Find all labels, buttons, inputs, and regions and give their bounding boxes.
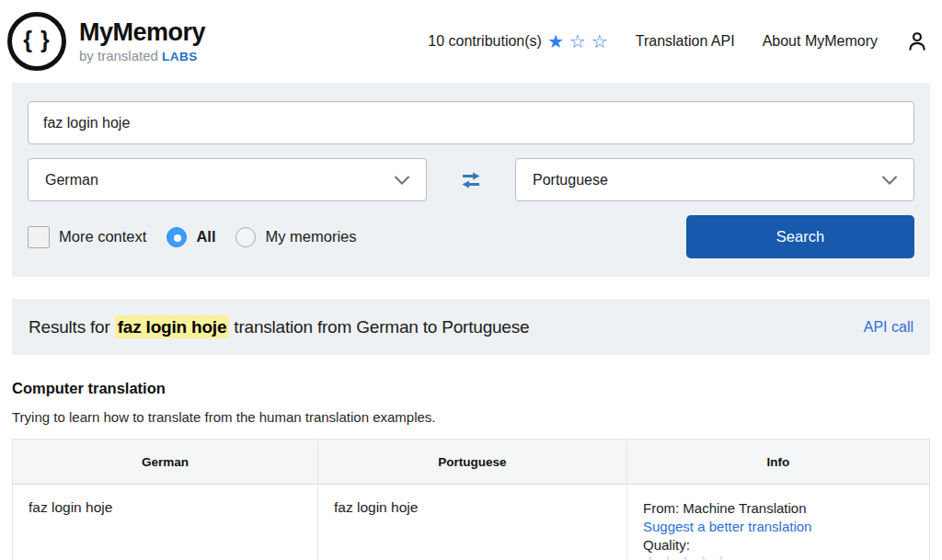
target-language-select[interactable]: Portuguese	[515, 158, 914, 201]
results-suffix: translation from German to Portuguese	[229, 317, 529, 337]
computer-translation-heading: Computer translation	[12, 380, 930, 397]
target-language-value: Portuguese	[533, 172, 608, 189]
star-filled-icon: ★	[547, 32, 564, 51]
header: { } MyMemory by translated LABS 10 contr…	[0, 0, 942, 83]
by-translated-label: by translated	[79, 48, 158, 63]
results-summary: Results for faz login hoje translation f…	[29, 317, 529, 337]
api-call-link[interactable]: API call	[864, 319, 913, 336]
source-language-select[interactable]: German	[28, 158, 427, 201]
swap-languages-button[interactable]	[427, 171, 515, 189]
nav-about-mymemory[interactable]: About MyMemory	[763, 33, 878, 50]
filter-all-radio[interactable]	[167, 227, 187, 247]
results-prefix: Results for	[29, 317, 115, 337]
more-context-checkbox[interactable]	[28, 226, 50, 248]
search-panel: German Portuguese More context All My me…	[12, 83, 930, 277]
chevron-down-icon	[395, 176, 409, 185]
braces-logo-icon: { }	[7, 12, 66, 71]
results-query-highlight: faz login hoje	[115, 315, 230, 338]
translation-origin: From: Machine Translation	[643, 499, 913, 518]
star-outline-icon: ☆	[569, 32, 586, 51]
search-input[interactable]	[28, 101, 914, 144]
table-row: faz login hoje faz login hoje From: Mach…	[13, 485, 930, 560]
suggest-better-translation-link[interactable]: Suggest a better translation	[643, 518, 811, 536]
filter-my-memories-label: My memories	[265, 228, 356, 246]
contributions-label: 10 contribution(s)	[428, 33, 542, 50]
nav-translation-api[interactable]: Translation API	[636, 33, 735, 50]
chevron-down-icon	[882, 176, 897, 185]
swap-arrows-icon	[461, 171, 481, 189]
header-nav: 10 contribution(s) ★☆☆ Translation API A…	[428, 29, 929, 53]
labs-label: LABS	[162, 50, 198, 63]
column-header-info: Info	[626, 440, 929, 485]
translation-table: German Portuguese Info faz login hoje fa…	[12, 439, 930, 560]
mymemory-logo[interactable]: { } MyMemory by translated LABS	[7, 12, 205, 71]
site-title: MyMemory	[79, 19, 205, 47]
user-account-icon[interactable]	[905, 29, 929, 53]
column-header-source: German	[13, 440, 318, 485]
quality-label: Quality:	[643, 536, 913, 554]
star-outline-icon: ☆	[592, 32, 608, 51]
more-context-label: More context	[59, 228, 146, 246]
target-text-cell: faz login hoje	[318, 485, 627, 560]
site-subtitle: by translated LABS	[79, 48, 205, 63]
quality-star-rating[interactable]: ☆☆☆☆☆	[643, 554, 913, 560]
info-cell: From: Machine Translation Suggest a bett…	[626, 485, 929, 560]
filter-all-label: All	[196, 228, 215, 246]
contributions-counter[interactable]: 10 contribution(s) ★☆☆	[428, 32, 607, 51]
column-header-target: Portuguese	[318, 440, 627, 485]
source-language-value: German	[45, 172, 98, 189]
computer-translation-section: Computer translation Trying to learn how…	[12, 380, 930, 425]
search-button[interactable]: Search	[686, 215, 914, 258]
filter-my-memories-radio[interactable]	[236, 227, 256, 247]
source-text-cell: faz login hoje	[13, 485, 318, 560]
results-bar: Results for faz login hoje translation f…	[12, 299, 930, 355]
table-header-row: German Portuguese Info	[13, 440, 930, 485]
computer-translation-description: Trying to learn how to translate from th…	[12, 409, 930, 425]
